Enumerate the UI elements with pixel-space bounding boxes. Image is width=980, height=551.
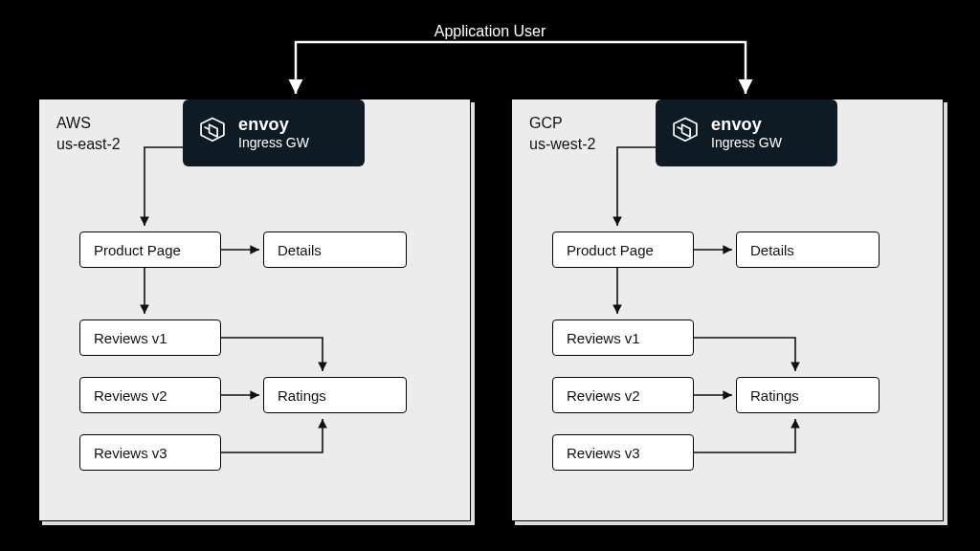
cluster-provider: GCP [529,115,563,131]
cluster-label-gcp: GCP us-west-2 [529,113,595,156]
envoy-icon [196,115,229,151]
diagram-canvas: Application User AWS us-east-2 [0,0,980,551]
envoy-subtitle-label: Ingress GW [238,135,309,151]
node-product-page: Product Page [552,231,694,268]
cluster-region: us-east-2 [56,136,121,152]
envoy-ingress-aws: envoy Ingress GW [183,99,365,166]
cluster-gcp: GCP us-west-2 envoy Ingress GW Product P… [511,99,944,521]
cluster-region: us-west-2 [529,136,595,152]
node-details: Details [263,231,407,268]
node-reviews-v3: Reviews v3 [552,434,694,471]
envoy-subtitle-label: Ingress GW [711,135,782,151]
node-reviews-v1: Reviews v1 [79,320,221,356]
envoy-ingress-gcp: envoy Ingress GW [656,99,837,166]
node-ratings: Ratings [736,377,880,413]
node-reviews-v2: Reviews v2 [552,377,694,413]
node-product-page: Product Page [79,231,221,268]
node-reviews-v3: Reviews v3 [79,434,221,471]
node-ratings: Ratings [263,377,407,413]
envoy-name-label: envoy [238,115,309,136]
cluster-aws: AWS us-east-2 envoy Ingress GW Product P… [38,99,471,521]
node-reviews-v2: Reviews v2 [79,377,221,413]
cluster-label-aws: AWS us-east-2 [56,113,121,156]
node-reviews-v1: Reviews v1 [552,320,694,356]
node-details: Details [736,231,880,268]
envoy-icon [669,115,702,151]
cluster-provider: AWS [56,115,91,131]
envoy-name-label: envoy [711,115,782,136]
application-user-label: Application User [0,23,980,40]
